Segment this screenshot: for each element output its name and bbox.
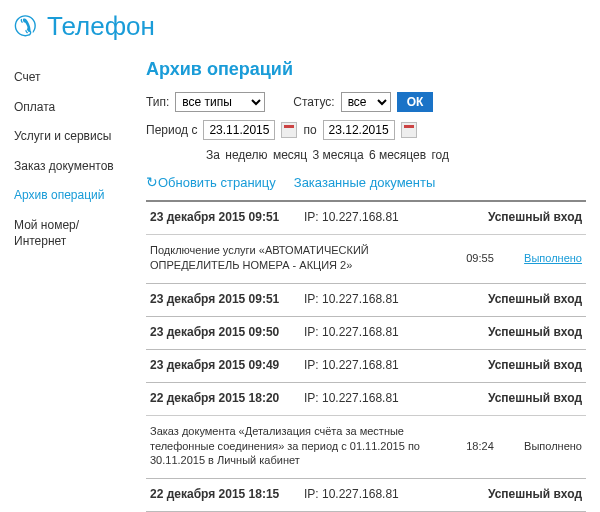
detail-status[interactable]: Выполнено <box>510 252 582 264</box>
log-status: Успешный вход <box>442 292 582 306</box>
quick-6m[interactable]: 6 месяцев <box>369 148 426 162</box>
sidebar-item-order-docs[interactable]: Заказ документов <box>14 152 126 182</box>
date-from-input[interactable] <box>203 120 275 140</box>
filter-row-1: Тип: все типы Статус: все ОК <box>146 92 586 112</box>
quick-week[interactable]: неделю <box>225 148 267 162</box>
detail-time: 09:55 <box>458 252 502 264</box>
detail-row: Подключение услуги «АВТОМАТИЧЕСКИЙ ОПРЕД… <box>146 234 586 283</box>
detail-text: Подключение услуги «АВТОМАТИЧЕСКИЙ ОПРЕД… <box>150 243 450 273</box>
refresh-icon: ↻ <box>146 174 158 190</box>
sidebar-item-my-number[interactable]: Мой номер/Интернет <box>14 211 126 256</box>
type-label: Тип: <box>146 95 169 109</box>
actions-row: ↻Обновить страницу Заказанные документы <box>146 174 586 190</box>
status-label: Статус: <box>293 95 334 109</box>
type-select[interactable]: все типы <box>175 92 265 112</box>
log-row: 23 декабря 2015 09:50IP: 10.227.168.81Ус… <box>146 316 586 349</box>
log-date: 23 декабря 2015 09:50 <box>150 325 296 339</box>
main-content: Архив операций Тип: все типы Статус: все… <box>126 59 586 512</box>
ordered-docs-link[interactable]: Заказанные документы <box>294 175 436 190</box>
quick-month[interactable]: месяц <box>273 148 307 162</box>
period-label: Период с <box>146 123 197 137</box>
detail-status: Выполнено <box>510 440 582 452</box>
log-status: Успешный вход <box>442 210 582 224</box>
log-status: Успешный вход <box>442 391 582 405</box>
log-ip: IP: 10.227.168.81 <box>304 210 434 224</box>
sidebar: Счет Оплата Услуги и сервисы Заказ докум… <box>14 59 126 512</box>
log-date: 23 декабря 2015 09:49 <box>150 358 296 372</box>
log-ip: IP: 10.227.168.81 <box>304 358 434 372</box>
log-row: 22 декабря 2015 18:15IP: 10.227.168.81Ус… <box>146 478 586 511</box>
log-ip: IP: 10.227.168.81 <box>304 292 434 306</box>
date-to-input[interactable] <box>323 120 395 140</box>
log-row: 23 декабря 2015 09:49IP: 10.227.168.81Ус… <box>146 349 586 382</box>
log-list: 23 декабря 2015 09:51IP: 10.227.168.81Ус… <box>146 200 586 512</box>
page-header: ✆ Телефон <box>0 0 600 59</box>
log-status: Успешный вход <box>442 487 582 501</box>
refresh-link[interactable]: Обновить страницу <box>158 175 276 190</box>
sidebar-item-archive[interactable]: Архив операций <box>14 181 126 211</box>
sidebar-item-services[interactable]: Услуги и сервисы <box>14 122 126 152</box>
calendar-from-icon[interactable] <box>281 122 297 138</box>
log-status: Успешный вход <box>442 358 582 372</box>
quick-range: За неделю месяц 3 месяца 6 месяцев год <box>206 148 586 162</box>
ok-button[interactable]: ОК <box>397 92 434 112</box>
quick-3m[interactable]: 3 месяца <box>313 148 364 162</box>
log-status: Успешный вход <box>442 325 582 339</box>
phone-icon: ✆ <box>14 10 37 43</box>
log-row: 23 декабря 2015 09:51IP: 10.227.168.81Ус… <box>146 200 586 234</box>
detail-time: 18:24 <box>458 440 502 452</box>
calendar-to-icon[interactable] <box>401 122 417 138</box>
section-title: Архив операций <box>146 59 586 80</box>
quick-year[interactable]: год <box>431 148 449 162</box>
log-date: 23 декабря 2015 09:51 <box>150 292 296 306</box>
log-row: 23 декабря 2015 09:51IP: 10.227.168.81Ус… <box>146 283 586 316</box>
log-date: 22 декабря 2015 18:20 <box>150 391 296 405</box>
filter-row-2: Период с по <box>146 120 586 140</box>
log-ip: IP: 10.227.168.81 <box>304 391 434 405</box>
log-date: 22 декабря 2015 18:15 <box>150 487 296 501</box>
sidebar-item-payment[interactable]: Оплата <box>14 93 126 123</box>
sidebar-item-account[interactable]: Счет <box>14 63 126 93</box>
detail-row: Заказ документа «Детализация счёта за ме… <box>146 415 586 479</box>
log-date: 23 декабря 2015 09:51 <box>150 210 296 224</box>
quick-prefix: За <box>206 148 220 162</box>
to-label: по <box>303 123 316 137</box>
log-ip: IP: 10.227.168.81 <box>304 487 434 501</box>
log-row: 22 декабря 2015 18:20IP: 10.227.168.81Ус… <box>146 382 586 415</box>
page-title: Телефон <box>47 11 155 42</box>
log-ip: IP: 10.227.168.81 <box>304 325 434 339</box>
detail-text: Заказ документа «Детализация счёта за ме… <box>150 424 450 469</box>
status-select[interactable]: все <box>341 92 391 112</box>
